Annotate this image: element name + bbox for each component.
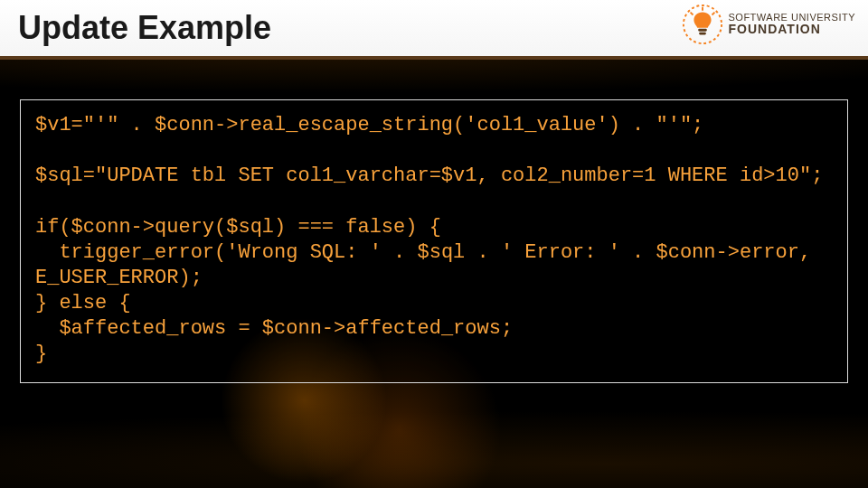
title-underline <box>0 56 868 60</box>
lightbulb-icon <box>682 4 723 45</box>
page-title: Update Example <box>18 9 271 47</box>
svg-line-5 <box>712 13 714 15</box>
svg-line-4 <box>690 13 693 15</box>
svg-rect-2 <box>699 33 706 35</box>
logo: SOFTWARE UNIVERSITY FOUNDATION <box>682 4 856 45</box>
code-box: $v1="'" . $conn->real_escape_string('col… <box>20 99 848 383</box>
logo-line2: FOUNDATION <box>729 23 856 36</box>
logo-text: SOFTWARE UNIVERSITY FOUNDATION <box>729 13 856 36</box>
svg-rect-1 <box>698 29 707 32</box>
code-snippet: $v1="'" . $conn->real_escape_string('col… <box>35 113 833 368</box>
